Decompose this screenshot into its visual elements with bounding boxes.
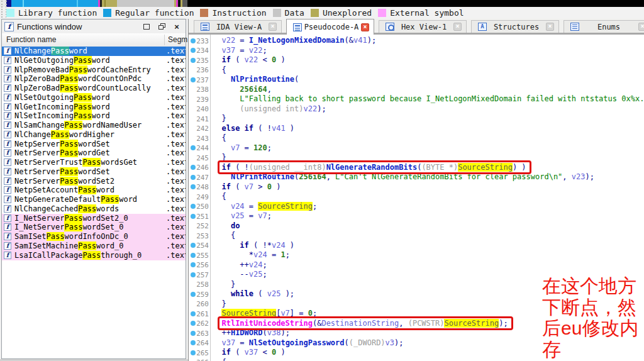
tab-close-icon[interactable]: ×	[269, 23, 277, 31]
tab-ida-view-a[interactable]: IDA View-A×	[194, 20, 282, 33]
function-row[interactable]: fNlpZeroBadPasswordCountLocally.text	[2, 84, 186, 93]
function-row[interactable]: fNlSamChangePasswordNamedUser.text	[2, 121, 186, 130]
function-row[interactable]: fNlChangePassword.text	[2, 47, 186, 56]
line-number[interactable]: 259	[189, 291, 209, 299]
code-line-255[interactable]: *v24 = 1;	[213, 250, 644, 260]
function-row[interactable]: fNlpRemoveBadPasswordCacheEntry.text	[2, 65, 186, 75]
function-name: SamISetPasswordInfoOnDc_0	[14, 232, 128, 241]
navigation-band[interactable]	[0, 0, 644, 7]
line-number[interactable]: 233	[189, 37, 209, 45]
function-row[interactable]: fNetrServerPasswordGet.text	[2, 148, 186, 158]
code-line-238[interactable]: 256i64,	[213, 85, 644, 95]
functions-window-titlebar[interactable]: f Functions window ×	[2, 19, 186, 34]
code-line-242[interactable]: else if ( !v41 )	[213, 124, 644, 134]
code-line-252[interactable]: do	[213, 221, 644, 231]
function-row[interactable]: fNlSetIncomingPassword.text	[2, 111, 186, 121]
close-icon[interactable]: ×	[173, 23, 180, 30]
line-number[interactable]: 240	[189, 105, 209, 113]
line-number[interactable]: 249	[189, 193, 209, 201]
code-line-239[interactable]: L"Falling back to short password because…	[213, 94, 644, 104]
function-row[interactable]: fSamISetMachinePassword_0.text	[2, 242, 186, 251]
line-number[interactable]: 256	[189, 261, 209, 269]
line-number[interactable]: 257	[189, 271, 209, 279]
line-number[interactable]: 241	[189, 115, 209, 123]
line-number[interactable]: 266	[189, 358, 209, 361]
line-number[interactable]: 255	[189, 252, 209, 260]
tab-hex-view-1[interactable]: Hex View-1×	[379, 20, 467, 33]
line-number[interactable]: 248	[189, 183, 209, 191]
line-number[interactable]: 264	[189, 339, 209, 347]
code-line-254[interactable]: if ( !*v24 )	[213, 241, 644, 251]
line-number[interactable]: 247	[189, 174, 209, 182]
line-number[interactable]: 238	[189, 86, 209, 94]
line-number[interactable]: 242	[189, 125, 209, 133]
function-segment: .text	[166, 177, 186, 186]
line-number[interactable]: 265	[189, 349, 209, 357]
line-number[interactable]: 262	[189, 319, 209, 328]
line-number[interactable]: 243	[189, 135, 209, 143]
code-line-248[interactable]: if ( v7 > 0 )	[213, 182, 644, 192]
function-row[interactable]: fNlSetOutgoingPassword.text	[2, 93, 186, 103]
function-row[interactable]: fNlGetOutgoingPassword.text	[2, 56, 186, 65]
line-number[interactable]: 263	[189, 330, 209, 338]
function-row[interactable]: fNetrServerTrustPasswordsGet.text	[2, 158, 186, 167]
code-line-244[interactable]: v7 = 120;	[213, 143, 644, 153]
function-row[interactable]: fSamISetPasswordInfoOnDc_0.text	[2, 232, 186, 242]
function-row[interactable]: fLsaICallPackagePassthrough_0.text	[2, 251, 186, 260]
function-row[interactable]: fNlChangeCachedPasswords.text	[2, 204, 186, 214]
tab-pseudocode-a[interactable]: Pseudocode-A×	[286, 19, 374, 35]
code-line-250[interactable]: v24 = SourceString;	[213, 202, 644, 212]
line-number[interactable]: 234	[189, 47, 209, 55]
code-line-237[interactable]: NlPrintRoutine(	[213, 75, 644, 85]
function-row[interactable]: fNetpGenerateDefaultPassword.text	[2, 195, 186, 204]
code-line-235[interactable]: if ( v22 < 0 )	[213, 55, 644, 65]
function-row[interactable]: fNetpSetAccountPassword.text	[2, 186, 186, 195]
function-row[interactable]: fNetpServerPasswordSet.text	[2, 140, 186, 149]
line-number[interactable]: 239	[189, 96, 209, 104]
code-line-243[interactable]: {	[213, 133, 644, 143]
line-number[interactable]: 246	[189, 164, 209, 172]
code-line-240[interactable]: (unsigned int)v22);	[213, 104, 644, 114]
line-number[interactable]: 252	[189, 222, 209, 230]
line-number[interactable]: 237	[189, 76, 209, 84]
code-line-251[interactable]: v25 = v7;	[213, 211, 644, 221]
code-token: =	[267, 250, 281, 259]
code-line-249[interactable]: {	[213, 192, 644, 202]
line-number[interactable]: 251	[189, 213, 209, 221]
code-line-234[interactable]: v37 = v22;	[213, 46, 644, 56]
line-number[interactable]: 260	[189, 300, 209, 308]
tab-close-icon[interactable]: ×	[546, 23, 554, 31]
line-number[interactable]: 250	[189, 203, 209, 211]
line-number[interactable]: 253	[189, 232, 209, 240]
code-line-253[interactable]: {	[213, 231, 644, 241]
function-row[interactable]: fNlpZeroBadPasswordCountOnPdc.text	[2, 74, 186, 84]
column-separator[interactable]	[164, 35, 165, 45]
tab-structures[interactable]: AStructures×	[471, 20, 559, 33]
tab-enums[interactable]: Enums×	[564, 20, 644, 33]
maximize-icon[interactable]	[143, 23, 150, 30]
code-line-233[interactable]: v22 = I_NetLogonMixedDomain(&v41);	[213, 36, 644, 46]
line-number[interactable]: 258	[189, 280, 209, 289]
line-number[interactable]: 244	[189, 144, 209, 152]
code-line-241[interactable]: }	[213, 114, 644, 124]
functions-list-header[interactable]: Function name Segm	[2, 33, 186, 47]
line-number[interactable]: 235	[189, 57, 209, 65]
column-segment[interactable]: Segm	[168, 35, 187, 44]
column-function-name[interactable]: Function name	[6, 35, 56, 44]
function-row[interactable]: fNetrServerPasswordSet2.text	[2, 177, 186, 186]
tab-close-icon[interactable]: ×	[361, 23, 369, 31]
function-row[interactable]: fI_NetServerPasswordSet2_0.text	[2, 214, 186, 223]
line-number[interactable]: 236	[189, 66, 209, 74]
code-line-236[interactable]: {	[213, 65, 644, 75]
code-line-256[interactable]: ++v24;	[213, 260, 644, 270]
line-number[interactable]: 254	[189, 242, 209, 250]
function-row[interactable]: fNlGetIncomingPassword.text	[2, 103, 186, 112]
function-row[interactable]: fNetrServerPasswordSet.text	[2, 167, 186, 177]
tab-close-icon[interactable]: ×	[638, 23, 644, 31]
function-row[interactable]: fNlChangePasswordHigher.text	[2, 130, 186, 140]
line-number[interactable]: 261	[189, 310, 209, 318]
line-number[interactable]: 245	[189, 154, 209, 162]
float-icon[interactable]	[158, 23, 165, 30]
tab-close-icon[interactable]: ×	[453, 23, 462, 31]
function-row[interactable]: fI_NetServerPasswordSet_0.text	[2, 223, 186, 232]
